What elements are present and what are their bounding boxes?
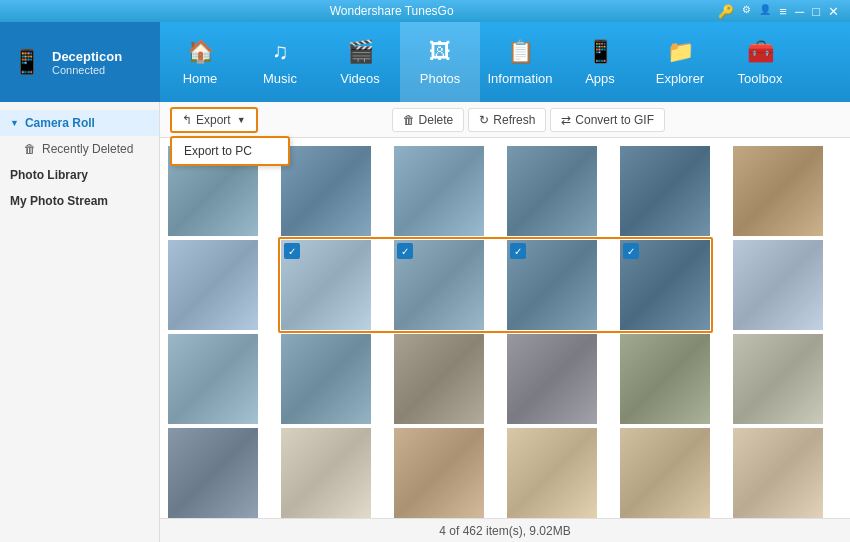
nav-apps[interactable]: 📱 Apps <box>560 22 640 102</box>
header: 📱 Decepticon Connected 🏠 Home ♫ Music 🎬 … <box>0 22 850 102</box>
refresh-icon: ↻ <box>479 113 489 127</box>
sidebar-photo-library-label: Photo Library <box>10 168 88 182</box>
check-badge: ✓ <box>397 243 413 259</box>
apps-icon: 📱 <box>587 39 614 65</box>
videos-icon: 🎬 <box>347 39 374 65</box>
photo-cell[interactable] <box>507 428 597 518</box>
window-minimize-button[interactable]: ─ <box>792 4 807 19</box>
nav-information[interactable]: 📋 Information <box>480 22 560 102</box>
nav-music-label: Music <box>263 71 297 86</box>
device-info: Decepticon Connected <box>52 49 122 76</box>
refresh-button[interactable]: ↻ Refresh <box>468 108 546 132</box>
photo-cell[interactable]: ✓ <box>620 240 710 330</box>
nav-toolbox-label: Toolbox <box>738 71 783 86</box>
sidebar-my-photo-stream-label: My Photo Stream <box>10 194 108 208</box>
export-icon: ↰ <box>182 113 192 127</box>
photo-cell[interactable] <box>394 334 484 424</box>
refresh-label: Refresh <box>493 113 535 127</box>
export-to-pc-item[interactable]: Export to PC <box>172 138 288 164</box>
photo-cell[interactable] <box>394 146 484 236</box>
nav-photos[interactable]: 🖼 Photos <box>400 22 480 102</box>
photo-grid: ✓✓✓✓ <box>168 146 842 518</box>
menu-icon[interactable]: ≡ <box>776 4 790 19</box>
title-bar: Wondershare TunesGo 🔑 ⚙ 👤 ≡ ─ □ ✕ <box>0 0 850 22</box>
photo-cell[interactable]: ✓ <box>281 240 371 330</box>
photo-grid-wrapper: ✓✓✓✓ <box>160 138 850 518</box>
export-dropdown: Export to PC <box>170 136 290 166</box>
music-icon: ♫ <box>272 39 289 65</box>
trash-icon: 🗑 <box>24 142 36 156</box>
nav-videos[interactable]: 🎬 Videos <box>320 22 400 102</box>
check-badge: ✓ <box>510 243 526 259</box>
nav-items: 🏠 Home ♫ Music 🎬 Videos 🖼 Photos 📋 Infor… <box>160 22 850 102</box>
dropdown-arrow-icon: ▼ <box>237 115 246 125</box>
photo-cell[interactable] <box>281 146 371 236</box>
nav-toolbox[interactable]: 🧰 Toolbox <box>720 22 800 102</box>
export-to-pc-label: Export to PC <box>184 144 252 158</box>
window-maximize-button[interactable]: □ <box>809 4 823 19</box>
delete-label: Delete <box>419 113 454 127</box>
photos-icon: 🖼 <box>429 39 451 65</box>
nav-information-label: Information <box>487 71 552 86</box>
search-icon[interactable]: ⚙ <box>739 4 754 19</box>
photo-cell[interactable] <box>168 428 258 518</box>
check-badge: ✓ <box>284 243 300 259</box>
photo-cell[interactable] <box>394 428 484 518</box>
content-area: ↰ Export ▼ Export to PC 🗑 Delete ↻ Refre… <box>160 102 850 542</box>
photo-cell[interactable] <box>733 146 823 236</box>
sidebar-camera-roll[interactable]: ▼ Camera Roll <box>0 110 159 136</box>
check-badge: ✓ <box>623 243 639 259</box>
convert-gif-icon: ⇄ <box>561 113 571 127</box>
device-status: Connected <box>52 64 122 76</box>
toolbar: ↰ Export ▼ Export to PC 🗑 Delete ↻ Refre… <box>160 102 850 138</box>
explorer-icon: 📁 <box>667 39 694 65</box>
photo-cell[interactable] <box>620 334 710 424</box>
photo-cell[interactable] <box>620 146 710 236</box>
user-icon[interactable]: 👤 <box>756 4 774 19</box>
nav-photos-label: Photos <box>420 71 460 86</box>
photo-cell[interactable] <box>507 146 597 236</box>
photo-cell[interactable] <box>281 334 371 424</box>
information-icon: 📋 <box>507 39 534 65</box>
photo-cell[interactable] <box>620 428 710 518</box>
photo-cell[interactable]: ✓ <box>394 240 484 330</box>
nav-explorer[interactable]: 📁 Explorer <box>640 22 720 102</box>
status-bar: 4 of 462 item(s), 9.02MB <box>160 518 850 542</box>
app-title: Wondershare TunesGo <box>68 4 715 18</box>
device-icon: 📱 <box>12 48 42 76</box>
window-close-button[interactable]: ✕ <box>825 4 842 19</box>
status-text: 4 of 462 item(s), 9.02MB <box>439 524 570 538</box>
toolbox-icon: 🧰 <box>747 39 774 65</box>
nav-music[interactable]: ♫ Music <box>240 22 320 102</box>
sidebar-camera-roll-label: Camera Roll <box>25 116 95 130</box>
sidebar-photo-library[interactable]: Photo Library <box>0 162 159 188</box>
triangle-icon: ▼ <box>10 118 19 128</box>
home-icon: 🏠 <box>187 39 214 65</box>
photo-cell[interactable] <box>733 334 823 424</box>
main-layout: ▼ Camera Roll 🗑 Recently Deleted Photo L… <box>0 102 850 542</box>
window-controls[interactable]: 🔑 ⚙ 👤 ≡ ─ □ ✕ <box>715 4 842 19</box>
nav-videos-label: Videos <box>340 71 380 86</box>
photo-cell[interactable] <box>168 240 258 330</box>
minimize-button[interactable]: 🔑 <box>715 4 737 19</box>
photo-cell[interactable] <box>507 334 597 424</box>
photo-cell[interactable]: ✓ <box>507 240 597 330</box>
nav-home-label: Home <box>183 71 218 86</box>
photo-cell[interactable] <box>733 428 823 518</box>
delete-icon: 🗑 <box>403 113 415 127</box>
sidebar-my-photo-stream[interactable]: My Photo Stream <box>0 188 159 214</box>
export-button[interactable]: ↰ Export ▼ <box>170 107 258 133</box>
convert-gif-button[interactable]: ⇄ Convert to GIF <box>550 108 665 132</box>
photo-cell[interactable] <box>168 334 258 424</box>
device-panel: 📱 Decepticon Connected <box>0 22 160 102</box>
photo-cell[interactable] <box>733 240 823 330</box>
sidebar-recently-deleted[interactable]: 🗑 Recently Deleted <box>0 136 159 162</box>
delete-button[interactable]: 🗑 Delete <box>392 108 465 132</box>
nav-explorer-label: Explorer <box>656 71 704 86</box>
nav-apps-label: Apps <box>585 71 615 86</box>
sidebar-recently-deleted-label: Recently Deleted <box>42 142 133 156</box>
nav-home[interactable]: 🏠 Home <box>160 22 240 102</box>
convert-gif-label: Convert to GIF <box>575 113 654 127</box>
export-label: Export <box>196 113 231 127</box>
photo-cell[interactable] <box>281 428 371 518</box>
